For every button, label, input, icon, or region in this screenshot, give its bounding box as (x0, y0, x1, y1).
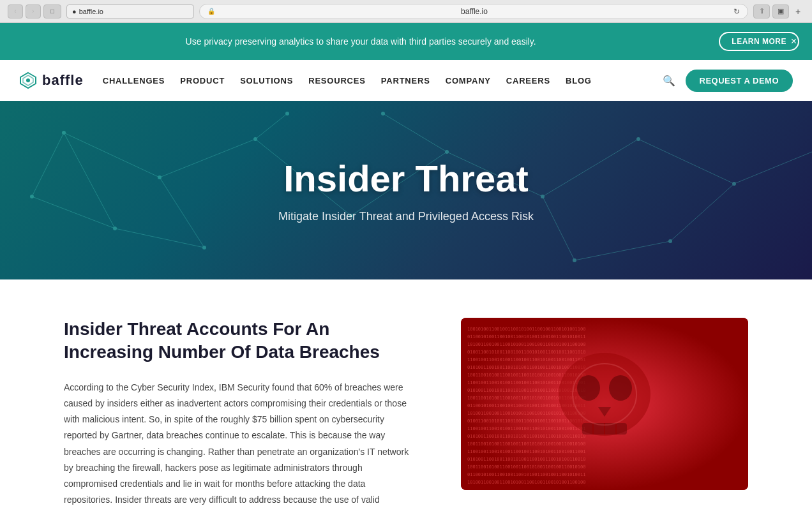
tab-item[interactable]: ● baffle.io (66, 4, 194, 19)
svg-line-18 (670, 184, 734, 241)
svg-text:011001010011001001100101001100: 0110010100110010011001010011001001100101… (467, 334, 585, 339)
content-left: Insider Threat Accounts For An Increasin… (64, 318, 410, 506)
content-right: 1001010011001001100101001100100110010100… (461, 318, 748, 490)
nav-blog[interactable]: BLOG (566, 76, 592, 86)
svg-line-20 (383, 114, 447, 152)
announcement-text: Use privacy preserving analytics to shar… (13, 36, 709, 47)
svg-text:101001100100110010100110010011: 1010011001001100101001100100110010100110… (467, 480, 585, 485)
svg-line-10 (32, 133, 64, 197)
svg-point-32 (573, 258, 576, 262)
browser-chrome: ‹ › □ ● baffle.io 🔒 baffle.io ↻ ⇧ ▣ + (0, 0, 812, 23)
nav-challenges[interactable]: CHALLENGES (103, 76, 165, 86)
hero-section: Insider Threat Mitigate Insider Threat a… (0, 101, 812, 279)
svg-text:110010011001010011001001100101: 1100100110010100110010011001010011001001… (467, 449, 585, 454)
logo-icon (19, 71, 37, 89)
logo[interactable]: baffle (19, 71, 84, 89)
nav-solutions[interactable]: SOLUTIONS (240, 76, 293, 86)
new-tab-button[interactable]: + (792, 5, 804, 18)
hero-subtitle: Mitigate Insider Threat and Privileged A… (278, 210, 534, 223)
share-button[interactable]: ⇧ (753, 4, 770, 19)
svg-line-19 (255, 114, 287, 139)
svg-point-60 (609, 375, 632, 401)
fullscreen-button[interactable]: ▣ (772, 4, 789, 19)
svg-line-7 (64, 133, 115, 228)
svg-point-34 (285, 112, 289, 115)
svg-text:100101001100100110010100110010: 1001010011001001100101001100100110010100… (467, 327, 585, 332)
svg-line-13 (543, 139, 638, 197)
svg-point-25 (445, 150, 449, 154)
svg-point-22 (158, 175, 162, 179)
main-content: Insider Threat Accounts For An Increasin… (0, 279, 812, 506)
refresh-icon[interactable]: ↻ (733, 7, 740, 16)
tab-icon-button[interactable]: □ (43, 4, 61, 19)
svg-text:010011001010011001001100101001: 0100110010100110010011001010011001001100… (467, 350, 585, 355)
svg-point-30 (636, 137, 640, 141)
address-bar[interactable]: 🔒 baffle.io ↻ (199, 4, 748, 19)
svg-text:110010011001010011001001100101: 1100100110010100110010011001010011001001… (467, 426, 585, 431)
nav-links: CHALLENGES PRODUCT SOLUTIONS RESOURCES P… (103, 76, 663, 86)
close-banner-button[interactable]: × (788, 36, 799, 47)
svg-point-31 (732, 182, 736, 186)
forward-button[interactable]: › (26, 4, 41, 19)
svg-point-35 (381, 112, 385, 115)
svg-point-27 (202, 246, 206, 249)
nav-partners[interactable]: PARTNERS (381, 76, 430, 86)
announcement-banner: Use privacy preserving analytics to shar… (0, 23, 812, 60)
svg-point-59 (577, 375, 600, 401)
svg-line-17 (575, 241, 670, 260)
nav-resources[interactable]: RESOURCES (308, 76, 366, 86)
svg-line-11 (32, 197, 115, 228)
nav-company[interactable]: COMPANY (446, 76, 491, 86)
threat-image: 1001010011001001100101001100100110010100… (461, 318, 748, 490)
hero-title: Insider Threat (278, 157, 534, 200)
navbar: baffle CHALLENGES PRODUCT SOLUTIONS RESO… (0, 60, 812, 101)
hero-content: Insider Threat Mitigate Insider Threat a… (278, 157, 534, 223)
svg-line-4 (160, 139, 255, 177)
nav-product[interactable]: PRODUCT (180, 76, 225, 86)
svg-text:100110010100110010011001010011: 1001100101001100100110010100110010011001… (467, 442, 585, 447)
svg-line-15 (734, 152, 812, 184)
svg-line-16 (543, 197, 575, 260)
back-button[interactable]: ‹ (8, 4, 23, 19)
svg-text:010100110010011001010011001001: 0101001100100110010100110010011001010011… (467, 434, 585, 439)
threat-visual: 1001010011001001100101001100100110010100… (461, 318, 748, 490)
learn-more-button[interactable]: LEARN MORE (719, 32, 799, 51)
search-button[interactable]: 🔍 (663, 75, 675, 87)
svg-point-2 (26, 78, 30, 82)
url-text: baffle.io (219, 7, 730, 16)
svg-point-29 (541, 195, 545, 198)
svg-text:100110010100110010011001010011: 1001100101001100100110010100110010011001… (467, 465, 585, 470)
svg-line-9 (160, 177, 204, 248)
svg-point-26 (113, 227, 117, 230)
nav-careers[interactable]: CAREERS (506, 76, 550, 86)
svg-text:110010011001010011001001100101: 1100100110010100110010011001010011001001… (467, 357, 585, 362)
browser-actions: ⇧ ▣ + (753, 4, 804, 19)
svg-text:010100110010011001010011001001: 0101001100100110010100110010011001010011… (467, 457, 585, 462)
svg-point-28 (30, 195, 34, 198)
svg-point-21 (62, 131, 66, 135)
svg-line-8 (115, 228, 204, 248)
svg-point-23 (253, 137, 257, 141)
logo-text: baffle (42, 72, 84, 89)
content-heading: Insider Threat Accounts For An Increasin… (64, 318, 410, 364)
lock-icon: 🔒 (207, 8, 215, 15)
content-body: According to the Cyber Security Index, I… (64, 380, 410, 506)
svg-point-33 (668, 239, 672, 243)
nav-right: 🔍 REQUEST A DEMO (663, 70, 793, 92)
tab-bar: ● baffle.io (66, 4, 194, 19)
svg-line-3 (64, 133, 160, 177)
svg-line-14 (638, 139, 734, 184)
request-demo-button[interactable]: REQUEST A DEMO (686, 70, 793, 92)
svg-text:011001010011001001100101001100: 0110010100110010011001010011001001100101… (467, 472, 585, 477)
nav-buttons: ‹ › □ (8, 4, 61, 19)
svg-text:101001100100110010100110010011: 1010011001001100101001100100110010100110… (467, 342, 585, 347)
